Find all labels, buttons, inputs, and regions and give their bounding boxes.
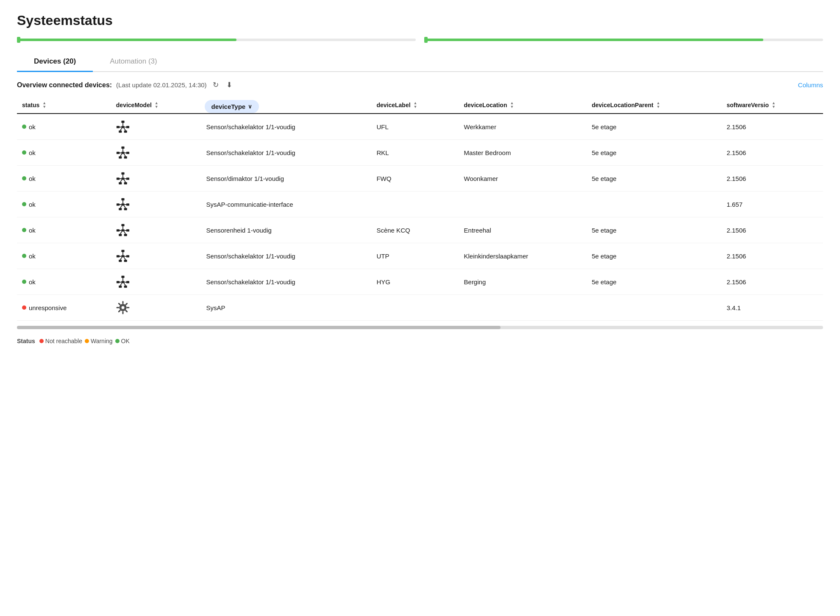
cell-status-5: ok xyxy=(17,243,111,269)
device-icon-6 xyxy=(116,275,130,289)
svg-line-64 xyxy=(120,258,122,260)
svg-rect-56 xyxy=(117,255,120,257)
svg-rect-33 xyxy=(121,198,124,200)
svg-rect-4 xyxy=(119,130,122,133)
table-row: ok Sensor/schakelaktor 1/1-voudig RKL Ma… xyxy=(17,140,823,166)
cell-location-parent-6: 5e etage xyxy=(587,269,721,295)
svg-rect-0 xyxy=(121,121,124,123)
cell-type-0: Sensor/schakelaktor 1/1-voudig xyxy=(201,114,372,140)
th-softwareVersion[interactable]: softwareVersio ▲▼ xyxy=(721,97,823,114)
status-dot-3 xyxy=(22,202,26,206)
status-label-1: ok xyxy=(29,149,36,156)
cell-label-3 xyxy=(371,191,459,217)
legend-warning: Warning xyxy=(85,338,113,344)
svg-rect-68 xyxy=(121,281,124,283)
svg-line-76 xyxy=(124,283,125,286)
legend-ok-label: OK xyxy=(121,338,130,344)
svg-line-75 xyxy=(120,283,122,286)
cell-type-7: SysAP xyxy=(201,295,372,321)
cell-software-2: 2.1506 xyxy=(721,166,823,191)
active-sort-label: deviceType ∨ xyxy=(205,100,259,113)
sort-icon-model: ▲▼ xyxy=(155,101,159,109)
cell-software-3: 1.657 xyxy=(721,191,823,217)
cell-model-6 xyxy=(111,269,201,295)
cell-status-3: ok xyxy=(17,191,111,217)
svg-line-43 xyxy=(124,206,125,208)
status-label-4: ok xyxy=(29,227,36,234)
progress-tick-1 xyxy=(17,37,20,43)
scrollbar-thumb[interactable] xyxy=(17,326,501,329)
cell-status-7: unresponsive xyxy=(17,295,111,321)
th-deviceLabel[interactable]: deviceLabel ▲▼ xyxy=(371,97,459,114)
cell-software-4: 2.1506 xyxy=(721,217,823,243)
th-deviceLocationParent[interactable]: deviceLocationParent ▲▼ xyxy=(587,97,721,114)
progress-bar-2 xyxy=(424,39,823,41)
refresh-button[interactable]: ↻ xyxy=(211,80,220,90)
cell-software-1: 2.1506 xyxy=(721,140,823,166)
svg-rect-34 xyxy=(117,203,120,205)
cell-type-1: Sensor/schakelaktor 1/1-voudig xyxy=(201,140,372,166)
svg-rect-15 xyxy=(119,156,122,158)
svg-rect-57 xyxy=(121,255,124,257)
cell-type-6: Sensor/schakelaktor 1/1-voudig xyxy=(201,269,372,295)
svg-line-31 xyxy=(120,180,122,182)
dot-not-reachable xyxy=(39,339,44,343)
svg-line-21 xyxy=(124,154,125,156)
tab-automation[interactable]: Automation (3) xyxy=(93,53,174,72)
status-label-5: ok xyxy=(29,253,36,260)
horizontal-scrollbar[interactable] xyxy=(17,326,823,329)
svg-rect-23 xyxy=(117,178,120,180)
status-dot-5 xyxy=(22,254,26,258)
svg-rect-2 xyxy=(121,126,124,128)
cell-label-7 xyxy=(371,295,459,321)
th-deviceLocation[interactable]: deviceLocation ▲▼ xyxy=(459,97,587,114)
svg-rect-37 xyxy=(119,208,122,210)
status-label-0: ok xyxy=(29,123,36,130)
columns-link[interactable]: Columns xyxy=(798,81,823,89)
cell-type-5: Sensor/schakelaktor 1/1-voudig xyxy=(201,243,372,269)
cell-status-4: ok xyxy=(17,217,111,243)
status-label-7: unresponsive xyxy=(29,304,67,311)
svg-rect-3 xyxy=(126,126,129,128)
sort-icon-status: ▲▼ xyxy=(42,101,46,109)
svg-rect-12 xyxy=(117,152,120,154)
cell-software-5: 2.1506 xyxy=(721,243,823,269)
progress-fill-2 xyxy=(424,39,763,41)
table-row: ok Sensor/dimaktor 1/1-voudig FWQ Woonka… xyxy=(17,166,823,191)
device-icon-5 xyxy=(116,249,130,263)
table-row: ok Sensor/schakelaktor 1/1-voudig UTP Kl… xyxy=(17,243,823,269)
status-dot-4 xyxy=(22,228,26,232)
th-status[interactable]: status ▲▼ xyxy=(17,97,111,114)
cell-model-7 xyxy=(111,295,201,321)
tab-devices[interactable]: Devices (20) xyxy=(17,53,93,72)
progress-tick-2 xyxy=(424,37,428,43)
th-deviceModel[interactable]: deviceModel ▲▼ xyxy=(111,97,201,114)
cell-model-4 xyxy=(111,217,201,243)
download-button[interactable]: ⬇ xyxy=(225,80,234,90)
svg-rect-13 xyxy=(121,152,124,154)
cell-software-6: 2.1506 xyxy=(721,269,823,295)
th-deviceType[interactable]: deviceType ∨ xyxy=(201,97,372,114)
legend-ok: OK xyxy=(115,338,130,344)
status-label-6: ok xyxy=(29,278,36,286)
cell-model-0 xyxy=(111,114,201,140)
svg-rect-66 xyxy=(121,276,124,278)
cell-location-3 xyxy=(459,191,587,217)
svg-rect-14 xyxy=(126,152,129,154)
cell-status-6: ok xyxy=(17,269,111,295)
cell-location-parent-1: 5e etage xyxy=(587,140,721,166)
cell-type-4: Sensorenheid 1-voudig xyxy=(201,217,372,243)
cell-location-5: Kleinkinderslaapkamer xyxy=(459,243,587,269)
status-label-2: ok xyxy=(29,175,36,182)
cell-label-6: HYG xyxy=(371,269,459,295)
table-header-row: status ▲▼ deviceModel ▲▼ deviceType ∨ xyxy=(17,97,823,114)
legend-not-reachable: Not reachable xyxy=(39,338,82,344)
status-dot-0 xyxy=(22,125,26,129)
svg-rect-49 xyxy=(124,234,127,236)
status-dot-2 xyxy=(22,176,26,180)
svg-rect-25 xyxy=(126,178,129,180)
sort-icon-software: ▲▼ xyxy=(772,101,776,109)
svg-line-10 xyxy=(124,128,125,130)
svg-rect-59 xyxy=(119,260,122,262)
sort-icon-label: ▲▼ xyxy=(414,101,417,109)
